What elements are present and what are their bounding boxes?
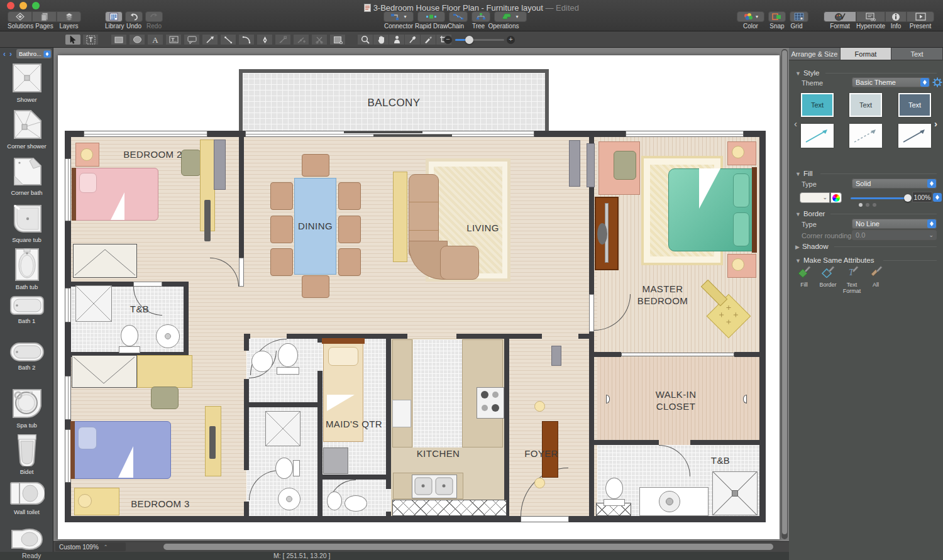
wardrobe[interactable] xyxy=(72,355,137,388)
info-button[interactable] xyxy=(885,11,907,22)
zoom-tool-button[interactable] xyxy=(357,34,373,45)
opacity-value-field[interactable]: 100% xyxy=(912,192,932,202)
dining-chair[interactable] xyxy=(270,182,293,210)
style-preview-line-1[interactable] xyxy=(801,124,834,148)
library-back-arrow[interactable]: ‹ xyxy=(3,50,6,58)
library-shape-bidet[interactable]: Bidet xyxy=(0,434,53,475)
make-same-section-header[interactable]: ▼Make Same Attributes xyxy=(795,256,874,264)
style-preview-fill-1[interactable]: Text xyxy=(801,93,834,117)
tv[interactable] xyxy=(204,200,211,241)
present-button[interactable] xyxy=(907,11,934,22)
vertical-scroll-thumb[interactable] xyxy=(782,50,787,534)
kitchen-counter[interactable] xyxy=(392,339,412,447)
library-forward-arrow[interactable]: › xyxy=(9,50,12,58)
master-label[interactable]: MASTER BEDROOM xyxy=(625,283,700,307)
pen-tool-button[interactable] xyxy=(256,34,273,45)
toilet[interactable] xyxy=(275,458,293,479)
theme-gear-icon[interactable] xyxy=(932,77,942,87)
horizontal-scroll-thumb[interactable] xyxy=(163,544,773,550)
shower-stall[interactable] xyxy=(75,285,112,322)
carousel-dot[interactable] xyxy=(873,203,876,207)
theme-dropdown[interactable]: Basic Theme xyxy=(852,77,930,87)
tb2-label[interactable]: T&B xyxy=(698,454,742,466)
style-preview-line-3[interactable] xyxy=(898,124,931,148)
library-shape-bath-2[interactable]: Bath 2 xyxy=(0,342,53,371)
bedroom3-label[interactable]: BEDROOM 3 xyxy=(116,498,204,510)
text-select-tool-button[interactable] xyxy=(82,34,99,45)
toilet[interactable] xyxy=(327,491,342,510)
lamp[interactable] xyxy=(732,146,744,158)
tab-arrange-size[interactable]: Arrange & Size xyxy=(789,48,841,60)
library-shape-wall-toilet[interactable]: Wall toilet xyxy=(0,480,53,515)
format-panel-button[interactable] xyxy=(824,11,856,22)
cabinet[interactable] xyxy=(214,140,226,190)
fill-section-header[interactable]: ▼Fill xyxy=(795,170,813,177)
ellipse-tool-button[interactable] xyxy=(129,34,145,45)
rectangle-tool-button[interactable] xyxy=(111,34,127,45)
tb1-label[interactable]: T&B xyxy=(118,303,162,315)
add-node-tool-button[interactable] xyxy=(293,34,309,45)
style-prev-arrow[interactable]: ‹ xyxy=(794,118,797,129)
tv[interactable] xyxy=(209,426,216,459)
sink[interactable] xyxy=(278,343,298,367)
dining-label[interactable]: DINING xyxy=(294,220,336,232)
dining-chair[interactable] xyxy=(338,248,361,276)
border-section-header[interactable]: ▼Border xyxy=(795,210,825,217)
maids-label[interactable]: MAID'S QTR xyxy=(313,418,395,430)
chain-button[interactable] xyxy=(449,11,468,22)
toilet[interactable] xyxy=(605,478,623,499)
cabinet[interactable] xyxy=(323,447,348,474)
balcony-label[interactable]: BALCONY xyxy=(239,97,549,109)
kitchen-label[interactable]: KITCHEN xyxy=(400,447,476,459)
pan-tool-button[interactable] xyxy=(373,34,389,45)
opacity-stepper[interactable] xyxy=(933,193,942,202)
eyedropper-tool-button[interactable] xyxy=(404,34,421,45)
shadow-section-header[interactable]: ▶Shadow xyxy=(795,243,828,250)
text-tool-button[interactable]: A xyxy=(147,34,163,45)
operations-button[interactable]: ▾ xyxy=(494,11,527,22)
style-preview-fill-2[interactable]: Text xyxy=(849,93,882,117)
library-shape-partial[interactable] xyxy=(0,527,53,552)
dining-chair[interactable] xyxy=(302,275,329,298)
wall-lamp[interactable] xyxy=(534,401,545,412)
opacity-slider-track[interactable] xyxy=(851,197,908,199)
tab-format[interactable]: Format xyxy=(841,48,891,60)
library-shape-spa-tub[interactable]: Spa tub xyxy=(0,387,53,429)
undo-button[interactable] xyxy=(125,11,143,22)
color-wheel-button[interactable] xyxy=(830,192,842,203)
wall-lamp[interactable] xyxy=(534,478,545,488)
make-same-all-button[interactable]: All xyxy=(862,265,890,288)
library-shape-bath-tub[interactable]: Bath tub xyxy=(0,248,53,290)
library-shape-bath-1[interactable]: Bath 1 xyxy=(0,295,53,324)
fill-color-well[interactable]: ⌄ xyxy=(800,192,830,203)
layers-button[interactable] xyxy=(57,11,81,22)
closet-label[interactable]: WALK-IN CLOSET xyxy=(638,388,714,412)
sink[interactable] xyxy=(345,495,367,512)
sofa-section[interactable] xyxy=(440,246,479,280)
select-tool-button[interactable] xyxy=(65,34,81,45)
sink[interactable] xyxy=(251,351,273,372)
wardrobe[interactable] xyxy=(73,244,137,278)
curve-tool-button[interactable] xyxy=(238,34,255,45)
arrow-tool-button[interactable] xyxy=(202,34,218,45)
textbox-tool-button[interactable] xyxy=(165,34,182,45)
cutting-board[interactable] xyxy=(392,400,411,427)
style-preview-line-2[interactable] xyxy=(849,124,882,148)
tab-text[interactable]: Text xyxy=(891,48,943,60)
lamp[interactable] xyxy=(80,148,93,161)
opacity-slider-knob[interactable] xyxy=(904,194,912,202)
foyer-label[interactable]: FOYER xyxy=(504,447,579,459)
zoom-in-button[interactable]: + xyxy=(507,36,515,44)
style-next-arrow[interactable]: › xyxy=(934,118,937,129)
dining-chair[interactable] xyxy=(338,182,361,210)
vertical-scrollbar[interactable] xyxy=(781,49,788,539)
border-type-dropdown[interactable]: No Line xyxy=(852,219,937,229)
brush-tool-button[interactable] xyxy=(420,34,436,45)
cabinet[interactable] xyxy=(569,140,580,187)
drawing-page[interactable]: BALCONY xyxy=(58,55,780,539)
carousel-dot-active[interactable] xyxy=(859,203,863,207)
carousel-dot[interactable] xyxy=(866,203,869,207)
dining-chair[interactable] xyxy=(270,216,293,243)
style-section-header[interactable]: ▼Style xyxy=(795,69,820,77)
toilet[interactable] xyxy=(121,325,138,346)
